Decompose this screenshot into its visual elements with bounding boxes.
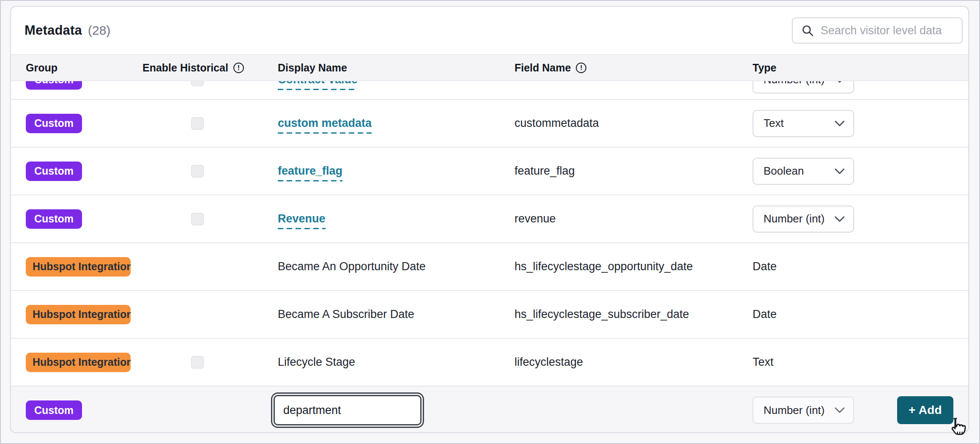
type-text: Date [753,308,777,321]
type-select[interactable]: Number (int) [753,206,854,233]
column-header-field-name: Field Name! [515,62,753,74]
chevron-down-icon [835,216,845,222]
new-metadata-name-input[interactable] [274,395,422,425]
display-name-link[interactable]: custom metadata [278,117,372,134]
group-cell: Custom [26,209,142,229]
display-name-link[interactable]: Revenue [278,212,326,229]
group-cell: Hubspot Integration [26,353,142,372]
search-box[interactable] [792,17,963,44]
group-cell: Custom [26,162,142,181]
historical-checkbox[interactable] [191,81,204,86]
table-row: Hubspot IntegrationBecame A Subscriber D… [11,291,968,339]
group-badge: Custom [26,114,82,133]
display-name-link[interactable]: feature_flag [278,164,342,181]
title-wrap: Metadata (28) [25,23,110,38]
type-select-value: Number (int) [764,404,824,417]
field-name-text: revenue [515,212,556,225]
type-cell: Date [753,260,953,273]
field-name-text: hs_lifecyclestage_subscriber_date [515,308,689,321]
group-badge: Hubspot Integration [26,257,131,277]
column-header-label: Field Name [515,62,571,74]
group-badge: Custom [26,162,82,181]
historical-checkbox[interactable] [191,165,204,178]
table-row: Customfeature_flagfeature_flagBoolean [11,148,968,195]
type-select[interactable]: Number (int) [753,81,854,93]
historical-cell [142,165,278,178]
search-icon [801,24,814,37]
group-cell: Hubspot Integration [26,257,142,277]
type-cell: Boolean [753,158,953,185]
type-cell: Date [753,308,953,321]
group-cell: Custom [26,81,142,90]
column-header-label: Group [26,62,57,74]
column-header-display-name: Display Name [278,62,515,74]
app-viewport: Metadata (28) GroupEnable Historical!Dis… [0,0,980,444]
historical-checkbox[interactable] [191,356,204,369]
display-name-text: Lifecycle Stage [278,356,355,368]
display-cell: feature_flag [278,164,515,178]
display-cell [278,395,515,425]
display-cell: Became A Subscriber Date [278,308,515,321]
table-row: CustomContract ValueNumber (int) [11,81,968,100]
type-cell: Text [753,110,953,137]
type-select[interactable]: Boolean [753,158,854,185]
type-select-value: Number (int) [764,81,824,86]
display-cell: Revenue [278,212,515,225]
type-select-value: Number (int) [764,212,824,225]
display-name-text: Became A Subscriber Date [278,308,414,321]
group-badge: Custom [26,81,82,90]
column-header-enable-historical: Enable Historical! [142,62,278,74]
historical-checkbox[interactable] [191,213,204,225]
page-count: (28) [88,23,110,38]
group-cell: Hubspot Integration [26,305,142,324]
table-row: Customcustom metadatacustommetadataText [11,100,968,148]
historical-checkbox[interactable] [191,117,204,130]
column-header-label: Enable Historical [142,62,228,74]
display-name-text: Became An Opportunity Date [278,260,426,273]
table-row: Hubspot IntegrationBecame An Opportunity… [11,243,968,291]
display-cell: Became An Opportunity Date [278,260,515,273]
table-body: CustomContract ValueNumber (int)Customcu… [11,81,968,386]
info-icon[interactable]: ! [233,63,244,73]
field-cell: hs_lifecyclestage_opportunity_date [515,260,753,273]
type-select-value: Text [764,117,784,130]
info-icon[interactable]: ! [576,63,586,73]
page-title: Metadata [25,23,82,38]
field-name-text: hs_lifecyclestage_opportunity_date [515,260,693,273]
add-button[interactable]: + Add [897,396,953,424]
table-row-partial-clipped: CustomContract ValueNumber (int) [11,81,968,100]
metadata-card: Metadata (28) GroupEnable Historical!Dis… [10,6,969,433]
group-cell: Custom [26,114,142,133]
historical-cell [142,117,278,130]
type-cell: Text [753,356,953,369]
field-cell: revenue [515,212,753,225]
display-cell: Lifecycle Stage [278,356,515,369]
column-header-label: Display Name [278,62,347,74]
type-select[interactable]: Text [753,110,854,137]
column-header-type: Type [753,62,953,74]
group-badge: Custom [26,400,82,420]
display-cell: Contract Value [278,81,515,86]
search-input[interactable] [821,24,969,37]
chevron-down-icon [835,407,845,413]
type-select[interactable]: Number (int) [753,397,854,424]
type-select-value: Boolean [764,164,804,178]
display-name-link[interactable]: Contract Value [278,81,358,90]
type-text: Date [753,260,777,273]
field-cell: feature_flag [515,164,753,178]
historical-cell [142,81,278,86]
chevron-down-icon [835,81,845,83]
type-cell: Number (int) [753,81,953,93]
table-row: Hubspot IntegrationLifecycle Stagelifecy… [11,339,968,386]
type-text: Text [753,356,774,368]
type-cell: Number (int) + Add [753,396,953,424]
group-cell: Custom [26,400,142,420]
field-name-text: lifecyclestage [515,356,583,368]
field-cell: custommetadata [515,117,753,130]
column-header-label: Type [753,62,777,74]
column-header-group: Group [26,62,142,74]
field-name-text: feature_flag [515,164,575,177]
chevron-down-icon [835,168,845,174]
card-header: Metadata (28) [11,7,968,54]
table-row: CustomRevenuerevenueNumber (int) [11,195,968,243]
